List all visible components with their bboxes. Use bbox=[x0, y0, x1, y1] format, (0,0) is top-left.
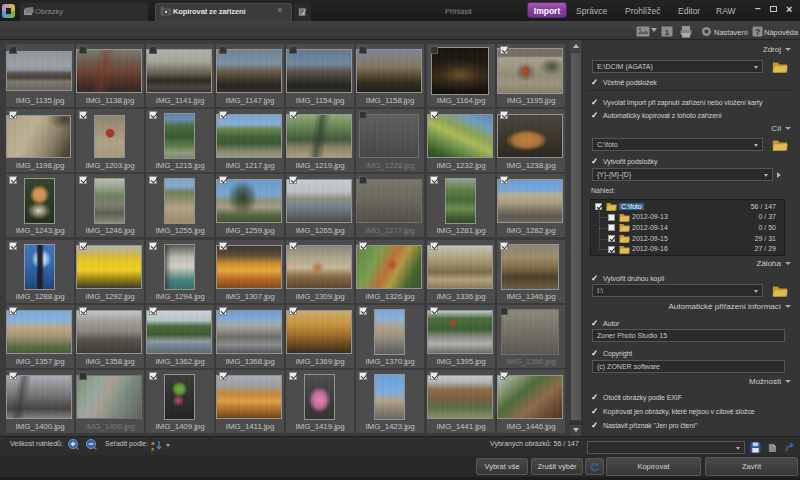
svg-text:z: z bbox=[151, 446, 154, 451]
svg-text:?: ? bbox=[755, 27, 760, 37]
svg-text:1: 1 bbox=[665, 28, 670, 37]
